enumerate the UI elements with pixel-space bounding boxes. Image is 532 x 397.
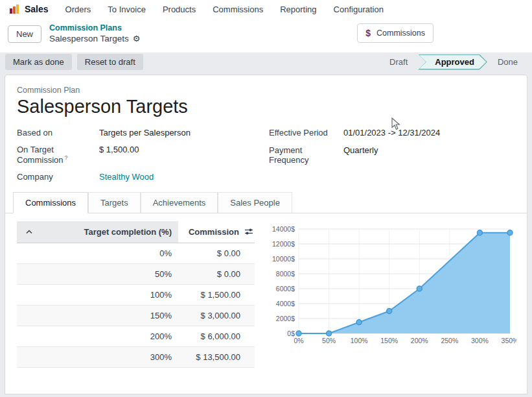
table-header: Target completion (%) Commission [17,221,255,243]
svg-text:100%: 100% [351,337,368,344]
statusbar: Mark as done Reset to draft Draft Approv… [0,53,532,72]
app-name[interactable]: Sales [25,4,49,14]
reset-to-draft-button[interactable]: Reset to draft [77,54,143,70]
control-panel: New Commission Plans Salesperson Targets… [0,18,532,53]
on-target-commission-label: On Target Commission? [17,145,99,165]
header-commission[interactable]: Commission [178,221,255,243]
tab-commissions[interactable]: Commissions [13,192,88,213]
sort-asc-icon[interactable] [26,230,32,234]
svg-text:250%: 250% [441,337,458,344]
breadcrumb-parent-link[interactable]: Commission Plans [49,23,140,34]
form-subtitle: Commission Plan [5,86,527,95]
company-value-link[interactable]: Stealthy Wood [99,172,258,182]
dollar-icon: $ [365,28,371,38]
table-body: 0%$ 0.00 50%$ 0.00 100%$ 1,500.00 150%$ … [17,243,255,368]
based-on-label: Based on [17,128,99,138]
breadcrumb-current-title: Salesperson Targets [49,34,129,45]
commission-chart: 0$2000$4000$6000$8000$10000$12000$14000$… [272,221,516,368]
page-title: Salesperson Targets [5,96,527,117]
table-row[interactable]: 300%$ 13,500.00 [17,347,255,368]
svg-text:10000$: 10000$ [272,254,295,262]
form-sheet: Commission Plan Salesperson Targets Base… [5,75,527,394]
mark-as-done-button[interactable]: Mark as done [5,54,72,70]
table-row[interactable]: 100%$ 1,500.00 [17,285,255,306]
status-steps: Draft Approved Done [380,54,527,70]
nav-item-reporting[interactable]: Reporting [280,5,316,14]
svg-text:8000$: 8000$ [276,269,295,277]
tab-sales-people[interactable]: Sales People [218,192,292,213]
svg-text:2000$: 2000$ [276,314,295,322]
nav-item-orders[interactable]: Orders [65,5,91,14]
commissions-stat-label: Commissions [376,29,425,38]
svg-text:12000$: 12000$ [272,239,295,247]
new-button[interactable]: New [8,25,41,43]
notebook-tabs: Commissions Targets Achievements Sales P… [5,192,527,213]
svg-text:0%: 0% [294,337,303,344]
svg-text:200%: 200% [411,337,428,344]
commission-table: Target completion (%) Commission 0%$ 0.0… [17,221,255,368]
svg-text:0$: 0$ [287,329,295,337]
based-on-value[interactable]: Targets per Salesperson [99,128,258,138]
nav-item-products[interactable]: Products [163,5,196,14]
svg-text:150%: 150% [380,337,398,344]
on-target-commission-value[interactable]: $ 1,500.00 [99,145,258,154]
status-step-draft[interactable]: Draft [380,57,417,67]
nav-item-to-invoice[interactable]: To Invoice [108,5,146,14]
breadcrumb: Commission Plans Salesperson Targets ⚙ [49,23,140,45]
svg-text:300%: 300% [471,337,489,344]
status-step-approved-active[interactable]: Approved [418,54,487,70]
table-row[interactable]: 50%$ 0.00 [17,264,255,285]
gear-icon[interactable]: ⚙ [133,34,141,44]
nav-item-commissions[interactable]: Commissions [213,5,263,14]
optional-columns-icon[interactable] [244,228,253,235]
svg-text:350%: 350% [502,337,516,344]
tab-targets[interactable]: Targets [88,192,141,213]
commissions-stat-button[interactable]: $ Commissions [357,23,434,43]
table-row[interactable]: 200%$ 6,000.00 [17,326,255,347]
payment-frequency-value[interactable]: Quarterly [343,145,527,155]
commission-area-chart: 0$2000$4000$6000$8000$10000$12000$14000$… [272,223,516,349]
svg-text:6000$: 6000$ [276,284,295,292]
company-label: Company [17,172,99,182]
app-brand[interactable]: Sales [9,4,49,14]
effective-period-value[interactable]: 01/01/2023 -> 12/31/2024 [343,128,527,138]
field-area: Based on Targets per Salesperson On Targ… [5,128,527,182]
header-target-completion[interactable]: Target completion (%) [17,221,178,243]
table-row[interactable]: 150%$ 3,000.00 [17,306,255,326]
svg-text:14000$: 14000$ [272,224,295,232]
svg-text:4000$: 4000$ [276,299,295,307]
status-step-done[interactable]: Done [489,57,527,67]
payment-frequency-label: Payment Frequency [269,145,343,165]
top-navbar: Sales Orders To Invoice Products Commiss… [0,0,532,18]
sales-app-icon [9,4,19,14]
table-row[interactable]: 0%$ 0.00 [17,243,255,264]
svg-text:50%: 50% [322,337,336,344]
effective-period-label: Effective Period [269,128,343,138]
tab-achievements[interactable]: Achievements [141,192,218,213]
help-icon[interactable]: ? [65,154,68,161]
nav-item-configuration[interactable]: Configuration [334,5,384,14]
